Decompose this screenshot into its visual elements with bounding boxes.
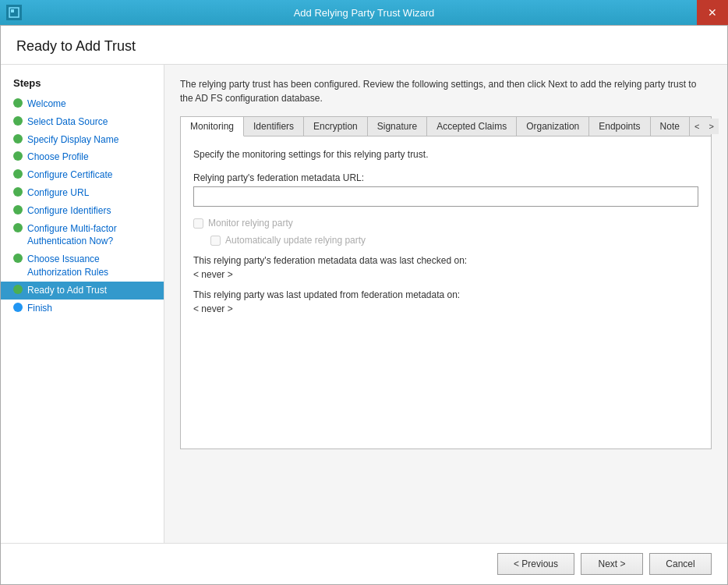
tab-scroll-right[interactable]: > xyxy=(704,119,718,134)
auto-update-checkbox-row: Automatically update relying party xyxy=(210,235,698,246)
next-button[interactable]: Next > xyxy=(581,553,643,575)
step-dot-specify-display-name xyxy=(13,134,23,144)
page-title: Ready to Add Trust xyxy=(16,38,712,55)
sidebar-item-configure-certificate[interactable]: Configure Certificate xyxy=(1,166,164,184)
tab-accepted-claims[interactable]: Accepted Claims xyxy=(427,117,517,136)
sidebar-item-label-configure-identifiers: Configure Identifiers xyxy=(27,204,111,218)
step-dot-configure-url xyxy=(13,187,23,197)
last-checked-text: This relying party's federation metadata… xyxy=(193,255,698,266)
tab-notes[interactable]: Note xyxy=(651,117,690,136)
content-area: Steps Welcome Select Data Source Specify… xyxy=(1,65,727,543)
step-dot-configure-certificate xyxy=(13,169,23,179)
sidebar-item-label-configure-url: Configure URL xyxy=(27,186,89,200)
sidebar-item-welcome[interactable]: Welcome xyxy=(1,95,164,113)
app-icon xyxy=(6,5,22,20)
svg-rect-1 xyxy=(11,9,14,12)
sidebar: Steps Welcome Select Data Source Specify… xyxy=(1,65,164,543)
sidebar-item-configure-identifiers[interactable]: Configure Identifiers xyxy=(1,202,164,220)
monitor-checkbox-row: Monitor relying party xyxy=(193,218,698,229)
step-dot-configure-identifiers xyxy=(13,205,23,214)
tab-identifiers[interactable]: Identifiers xyxy=(244,117,304,136)
page-header: Ready to Add Trust xyxy=(1,26,727,65)
step-dot-choose-profile xyxy=(13,151,23,161)
previous-button[interactable]: < Previous xyxy=(497,553,574,575)
last-updated-value: < never > xyxy=(193,303,698,314)
close-button[interactable]: ✕ xyxy=(697,0,728,25)
federation-metadata-input[interactable] xyxy=(193,186,698,207)
step-dot-select-data-source xyxy=(13,116,23,126)
sidebar-item-label-ready-to-add: Ready to Add Trust xyxy=(27,284,107,297)
step-dot-ready-to-add xyxy=(13,285,23,294)
sidebar-item-label-choose-issuance: Choose Issuance Authorization Rules xyxy=(27,253,151,279)
sidebar-item-label-select-data-source: Select Data Source xyxy=(27,115,108,129)
step-dot-configure-mfa xyxy=(13,223,23,232)
sidebar-item-configure-mfa[interactable]: Configure Multi-factor Authentication No… xyxy=(1,220,164,251)
tab-scroll-left[interactable]: < xyxy=(690,119,704,134)
main-panel: The relying party trust has been configu… xyxy=(164,65,727,543)
title-bar: Add Relying Party Trust Wizard ✕ xyxy=(0,0,728,25)
tab-signature[interactable]: Signature xyxy=(368,117,427,136)
step-dot-finish xyxy=(13,303,23,312)
description-text: The relying party trust has been configu… xyxy=(180,77,712,105)
sidebar-item-label-configure-mfa: Configure Multi-factor Authentication No… xyxy=(27,222,151,249)
window-title: Add Relying Party Trust Wizard xyxy=(294,7,435,19)
auto-update-label: Automatically update relying party xyxy=(225,235,366,246)
auto-update-checkbox[interactable] xyxy=(210,236,221,246)
tab-encryption[interactable]: Encryption xyxy=(304,117,368,136)
sidebar-item-label-finish: Finish xyxy=(27,302,52,315)
federation-metadata-label: Relying party's federation metadata URL: xyxy=(193,172,698,183)
tab-content-monitoring: Specify the monitoring settings for this… xyxy=(181,136,711,448)
tab-bar: Monitoring Identifiers Encryption Signat… xyxy=(181,117,711,136)
sidebar-item-configure-url[interactable]: Configure URL xyxy=(1,184,164,202)
tab-endpoints[interactable]: Endpoints xyxy=(589,117,650,136)
step-dot-choose-issuance xyxy=(13,254,23,263)
main-window: Ready to Add Trust Steps Welcome Select … xyxy=(0,25,728,585)
tab-monitoring[interactable]: Monitoring xyxy=(181,117,244,136)
tab-container: Monitoring Identifiers Encryption Signat… xyxy=(180,116,712,449)
monitor-relying-party-label: Monitor relying party xyxy=(208,218,293,229)
sidebar-heading: Steps xyxy=(1,74,164,95)
sidebar-item-specify-display-name[interactable]: Specify Display Name xyxy=(1,131,164,149)
sidebar-item-choose-profile[interactable]: Choose Profile xyxy=(1,148,164,166)
sidebar-item-ready-to-add[interactable]: Ready to Add Trust xyxy=(1,282,164,300)
last-checked-value: < never > xyxy=(193,269,698,280)
monitoring-section-description: Specify the monitoring settings for this… xyxy=(193,149,698,160)
cancel-button[interactable]: Cancel xyxy=(649,553,712,575)
sidebar-item-select-data-source[interactable]: Select Data Source xyxy=(1,113,164,131)
sidebar-item-label-specify-display-name: Specify Display Name xyxy=(27,133,118,147)
sidebar-item-label-configure-certificate: Configure Certificate xyxy=(27,168,112,182)
step-dot-welcome xyxy=(13,98,23,108)
last-updated-text: This relying party was last updated from… xyxy=(193,289,698,300)
sidebar-item-choose-issuance[interactable]: Choose Issuance Authorization Rules xyxy=(1,250,164,282)
monitor-relying-party-checkbox[interactable] xyxy=(193,218,203,229)
footer: < Previous Next > Cancel xyxy=(1,543,727,584)
sidebar-item-label-choose-profile: Choose Profile xyxy=(27,151,89,164)
sidebar-item-finish[interactable]: Finish xyxy=(1,300,164,317)
tab-organization[interactable]: Organization xyxy=(517,117,589,136)
sidebar-item-label-welcome: Welcome xyxy=(27,98,66,111)
